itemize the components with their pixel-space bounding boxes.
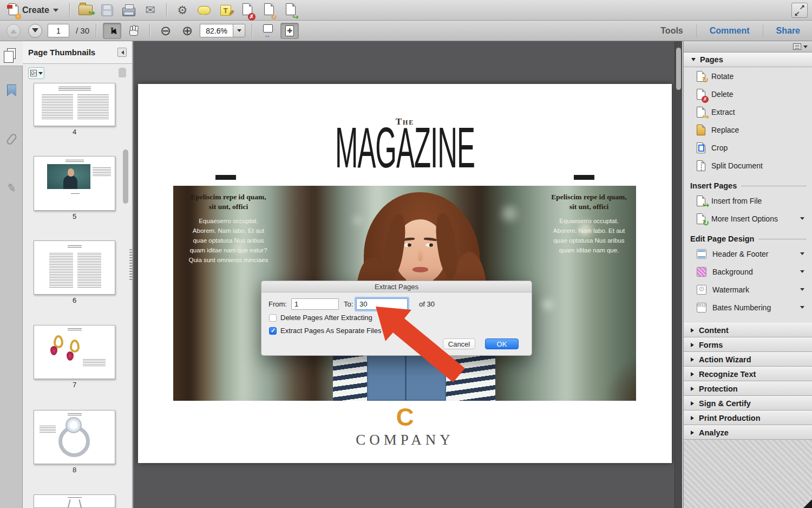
replace-page-icon: ↻ [264,3,274,17]
crop-tool[interactable]: Crop [684,139,812,157]
analyze-section-header[interactable]: Analyze [684,425,812,440]
thumbnails-scrollbar[interactable] [123,149,128,204]
highlight-text-button[interactable]: T [217,2,235,18]
delete-tool[interactable]: ✗ Delete [684,85,812,103]
thumbnail-page-6[interactable]: 6 [34,240,115,304]
separate-files-checkbox[interactable]: Extract Pages As Separate Files [269,327,381,335]
watermark-tool[interactable]: Watermark [684,281,812,298]
tab-tools[interactable]: Tools [653,26,690,36]
recognize-text-section-header[interactable]: Recognize Text [684,367,812,381]
to-field[interactable] [356,298,408,310]
ok-button[interactable]: OK [485,338,519,349]
page-number-input[interactable] [48,24,69,37]
bates-numbering-tool[interactable]: 0012 Bates Numbering [684,298,812,316]
collapsed-triangle-icon [691,357,694,362]
attachments-tab[interactable] [0,127,23,152]
extract-tool[interactable]: ↪ Extract [684,103,812,121]
thumbnail-page-9[interactable] [34,494,115,508]
thumbnail-image [34,325,115,379]
extract-pages-dialog: Extract Pages From: To: of 30 Delete Pag… [261,281,532,356]
thumbnail-image [34,83,115,126]
pages-icon [7,48,16,59]
thumbnail-page-7[interactable]: 7 [34,325,115,389]
scrollbar-thumb[interactable] [676,48,681,90]
insert-pages-group-title: Insert Pages [690,181,812,190]
pages-section-header[interactable]: Pages [684,53,812,67]
chevron-down-icon[interactable] [803,45,808,48]
from-label: From: [269,300,287,308]
insert-from-file-tool[interactable]: ↪ Insert from File [684,192,812,210]
thumbnail-image [34,494,115,508]
protection-section-header[interactable]: Protection [684,381,812,396]
zoom-level-field[interactable]: 82.6% [200,24,233,37]
toolbar-separator [252,24,252,38]
header-footer-tool[interactable]: Header & Footer [684,245,812,263]
hand-tool-button[interactable] [125,23,143,39]
more-insert-options-tool[interactable]: ↻ More Insert Options [684,210,812,227]
page-number-label: 6 [34,296,115,304]
open-file-button[interactable]: ↪ [76,2,95,18]
email-button[interactable]: ✉ [141,2,160,18]
replace-pages-button[interactable]: ↻ [260,2,278,18]
section-title: Pages [700,55,723,64]
panel-options-icon[interactable] [793,43,801,50]
delete-pages-checkbox[interactable]: Delete Pages After Extracting [269,314,372,322]
page-thumbnails-panel: Page Thumbnails 4 5 [23,41,133,508]
save-button[interactable] [98,2,116,18]
tool-label: Split Document [711,161,763,170]
toggle-toolbar-button[interactable]: ↗↙ [791,3,808,18]
collapse-panel-button[interactable] [117,48,127,57]
zoom-out-button[interactable]: ⊖ [156,23,175,39]
arrow-up-icon [10,26,17,34]
previous-page-button[interactable] [4,23,23,39]
gear-icon: ⚙ [177,4,187,16]
rotate-tool[interactable]: ↻ Rotate [684,67,812,85]
tab-comment[interactable]: Comment [702,26,757,36]
zoom-dropdown-button[interactable] [233,24,245,37]
fit-page-button[interactable] [280,23,299,39]
checkbox-label: Delete Pages After Extracting [280,314,372,322]
thumbnail-page-5[interactable]: 5 [34,156,115,220]
thumbnail-options-button[interactable] [28,67,44,79]
company-logo: C COMPANY [138,405,672,448]
thumbnail-page-4[interactable]: 4 [34,83,115,136]
fit-width-button[interactable] [259,21,277,37]
extract-page-icon: ↪ [697,107,705,118]
zoom-in-button[interactable]: ⊕ [178,23,197,39]
cancel-button[interactable]: Cancel [443,338,475,349]
resize-grip-icon[interactable] [803,499,812,508]
comment-tool-button[interactable] [195,2,213,18]
page-number-label: 5 [34,212,115,220]
document-scrollbar[interactable] [675,41,682,508]
delete-page-icon: ✗ [243,3,252,17]
chevron-down-icon [800,252,804,255]
create-button[interactable]: Create [4,2,63,18]
action-wizard-section-header[interactable]: Action Wizard [684,352,812,367]
content-section-header[interactable]: Content [684,323,812,337]
forms-section-header[interactable]: Forms [684,337,812,352]
page-thumbnails-tab[interactable] [0,41,23,66]
sign-certify-section-header[interactable]: Sign & Certify [684,396,812,411]
hand-icon [129,29,138,36]
split-document-tool[interactable]: Split Document [684,157,812,174]
delete-pages-button[interactable]: ✗ [238,2,257,18]
decorative-dash [574,175,594,180]
section-title: Content [699,326,729,335]
tab-share[interactable]: Share [769,26,808,36]
select-tool-button[interactable]: I [103,23,121,39]
extract-pages-button[interactable]: ↪ [281,2,300,18]
settings-button[interactable]: ⚙ [173,2,192,18]
panel-resize-grip[interactable] [129,249,132,282]
signature-pen-icon: ✎ [6,181,17,196]
next-page-button[interactable] [26,23,44,39]
print-production-section-header[interactable]: Print Production [684,411,812,425]
thumbnail-page-8[interactable]: 8 [34,410,115,474]
trash-icon[interactable] [118,68,127,78]
print-button[interactable] [120,2,138,18]
replace-tool[interactable]: Replace [684,121,812,139]
watermark-icon [697,285,706,295]
bookmarks-tab[interactable] [0,78,23,103]
signatures-tab[interactable]: ✎ [0,175,23,200]
background-tool[interactable]: Background [684,263,812,281]
from-field[interactable] [291,298,339,310]
